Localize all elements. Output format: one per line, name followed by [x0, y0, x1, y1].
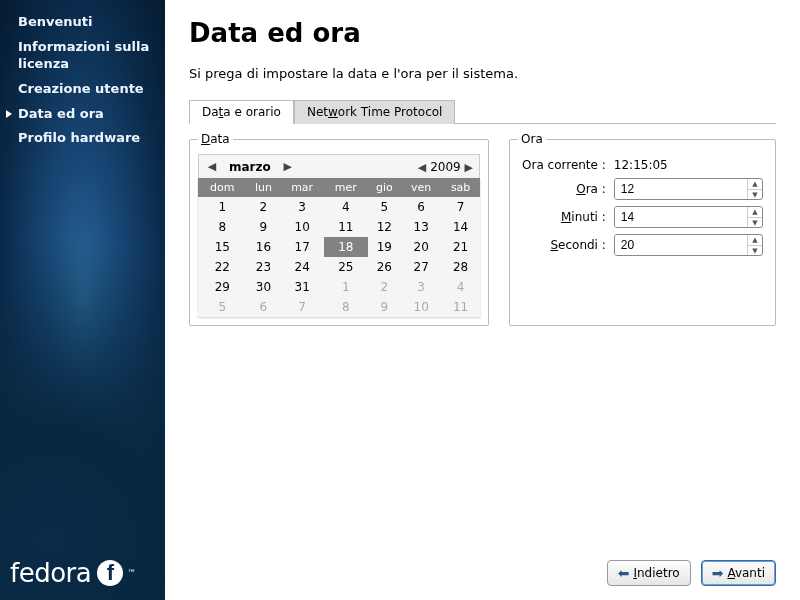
- calendar-day-cell[interactable]: 7: [280, 297, 324, 317]
- calendar-day-cell[interactable]: 5: [198, 297, 247, 317]
- hour-up-icon[interactable]: ▲: [748, 179, 762, 190]
- calendar-day-cell[interactable]: 2: [247, 197, 281, 217]
- tab-date-time[interactable]: Data e orario: [189, 100, 294, 124]
- time-fieldset: Ora Ora corrente : 12:15:05 Ora : ▲▼ Min…: [509, 132, 776, 326]
- logo-bubble-icon: f: [97, 560, 123, 586]
- calendar-day-cell[interactable]: 12: [368, 217, 401, 237]
- calendar-day-cell[interactable]: 1: [198, 197, 247, 217]
- calendar-day-cell[interactable]: 9: [368, 297, 401, 317]
- minute-up-icon[interactable]: ▲: [748, 207, 762, 218]
- arrow-right-icon: ➡: [712, 565, 724, 581]
- calendar-day-header: lun: [247, 178, 281, 197]
- calendar-grid[interactable]: domlunmarmergiovensab 123456789101112131…: [198, 178, 480, 317]
- calendar-day-cell[interactable]: 6: [247, 297, 281, 317]
- calendar-day-cell[interactable]: 10: [280, 217, 324, 237]
- calendar-day-cell[interactable]: 26: [368, 257, 401, 277]
- sidebar-item[interactable]: Benvenuti: [0, 10, 165, 35]
- calendar-day-cell[interactable]: 20: [401, 237, 441, 257]
- minute-down-icon[interactable]: ▼: [748, 218, 762, 228]
- second-input[interactable]: [615, 235, 747, 255]
- logo-text: fedora: [10, 558, 91, 588]
- date-fieldset: Data ◀ marzo ▶ ◀ 2009 ▶ domlunmarmergiov…: [189, 132, 489, 326]
- minute-label: Minuti :: [522, 210, 606, 224]
- calendar-nav: ◀ marzo ▶ ◀ 2009 ▶: [198, 154, 480, 178]
- hour-label: Ora :: [522, 182, 606, 196]
- calendar-day-cell[interactable]: 1: [324, 277, 368, 297]
- calendar-day-cell[interactable]: 4: [324, 197, 368, 217]
- calendar-day-cell[interactable]: 15: [198, 237, 247, 257]
- logo-trademark: ™: [127, 568, 136, 578]
- calendar-day-cell[interactable]: 21: [441, 237, 480, 257]
- calendar-day-cell[interactable]: 7: [441, 197, 480, 217]
- sidebar-item[interactable]: Profilo hardware: [0, 126, 165, 151]
- calendar-day-cell[interactable]: 8: [198, 217, 247, 237]
- page-title: Data ed ora: [189, 18, 776, 48]
- sidebar-item[interactable]: Data ed ora: [0, 102, 165, 127]
- current-time-value: 12:15:05: [614, 158, 763, 172]
- back-button[interactable]: ⬅ Indietro: [607, 560, 691, 586]
- sidebar-item[interactable]: Creazione utente: [0, 77, 165, 102]
- second-spinner[interactable]: ▲▼: [614, 234, 763, 256]
- calendar-day-cell[interactable]: 18: [324, 237, 368, 257]
- second-up-icon[interactable]: ▲: [748, 235, 762, 246]
- calendar-day-header: mar: [280, 178, 324, 197]
- tab-bar: Data e orario Network Time Protocol: [189, 99, 776, 124]
- calendar-day-cell[interactable]: 4: [441, 277, 480, 297]
- prev-month-button[interactable]: ◀: [203, 158, 221, 176]
- calendar-day-cell[interactable]: 29: [198, 277, 247, 297]
- calendar-day-cell[interactable]: 27: [401, 257, 441, 277]
- calendar-day-header: gio: [368, 178, 401, 197]
- fedora-logo: fedora f ™: [10, 558, 136, 588]
- calendar-day-cell[interactable]: 30: [247, 277, 281, 297]
- next-month-button[interactable]: ▶: [279, 158, 297, 176]
- time-legend: Ora: [518, 132, 546, 146]
- calendar-day-cell[interactable]: 17: [280, 237, 324, 257]
- calendar-day-cell[interactable]: 28: [441, 257, 480, 277]
- hour-down-icon[interactable]: ▼: [748, 190, 762, 200]
- calendar-day-cell[interactable]: 16: [247, 237, 281, 257]
- calendar-day-cell[interactable]: 3: [280, 197, 324, 217]
- page-description: Si prega di impostare la data e l'ora pe…: [189, 66, 776, 81]
- calendar-day-cell[interactable]: 10: [401, 297, 441, 317]
- calendar-day-cell[interactable]: 23: [247, 257, 281, 277]
- calendar-day-cell[interactable]: 11: [441, 297, 480, 317]
- second-label: Secondi :: [522, 238, 606, 252]
- calendar-day-cell[interactable]: 11: [324, 217, 368, 237]
- arrow-left-icon: ⬅: [618, 565, 630, 581]
- tab-ntp[interactable]: Network Time Protocol: [294, 100, 455, 124]
- calendar-day-header: sab: [441, 178, 480, 197]
- year-label: 2009: [430, 160, 461, 174]
- calendar-day-cell[interactable]: 9: [247, 217, 281, 237]
- date-legend: Data: [198, 132, 233, 146]
- minute-input[interactable]: [615, 207, 747, 227]
- calendar-day-cell[interactable]: 25: [324, 257, 368, 277]
- forward-button[interactable]: ➡ Avanti: [701, 560, 776, 586]
- minute-spinner[interactable]: ▲▼: [614, 206, 763, 228]
- main-content: Data ed ora Si prega di impostare la dat…: [165, 0, 800, 600]
- hour-input[interactable]: [615, 179, 747, 199]
- calendar-day-cell[interactable]: 5: [368, 197, 401, 217]
- current-time-label: Ora corrente :: [522, 158, 606, 172]
- year-group: ◀ 2009 ▶: [418, 160, 475, 174]
- calendar-day-header: ven: [401, 178, 441, 197]
- calendar-day-cell[interactable]: 24: [280, 257, 324, 277]
- calendar-day-cell[interactable]: 13: [401, 217, 441, 237]
- footer-buttons: ⬅ Indietro ➡ Avanti: [189, 548, 776, 586]
- calendar-day-cell[interactable]: 6: [401, 197, 441, 217]
- second-down-icon[interactable]: ▼: [748, 246, 762, 256]
- calendar-day-header: mer: [324, 178, 368, 197]
- calendar-day-cell[interactable]: 2: [368, 277, 401, 297]
- next-year-button[interactable]: ▶: [465, 161, 473, 174]
- sidebar-item[interactable]: Informazioni sulla licenza: [0, 35, 165, 77]
- calendar-day-cell[interactable]: 19: [368, 237, 401, 257]
- calendar-day-header: dom: [198, 178, 247, 197]
- calendar-day-cell[interactable]: 22: [198, 257, 247, 277]
- sidebar: BenvenutiInformazioni sulla licenzaCreaz…: [0, 0, 165, 600]
- calendar-day-cell[interactable]: 8: [324, 297, 368, 317]
- calendar-day-cell[interactable]: 3: [401, 277, 441, 297]
- hour-spinner[interactable]: ▲▼: [614, 178, 763, 200]
- calendar-day-cell[interactable]: 31: [280, 277, 324, 297]
- month-label: marzo: [221, 160, 279, 174]
- calendar-day-cell[interactable]: 14: [441, 217, 480, 237]
- prev-year-button[interactable]: ◀: [418, 161, 426, 174]
